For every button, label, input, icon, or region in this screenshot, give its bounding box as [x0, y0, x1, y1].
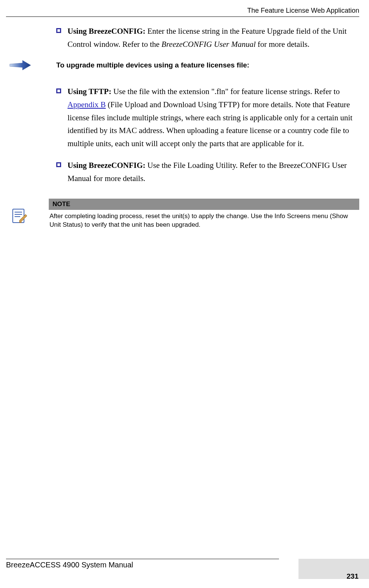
bullet-lead: Using BreezeCONFIG:: [68, 27, 146, 36]
bullet-item: Using BreezeCONFIG: Enter the license st…: [56, 25, 359, 51]
page-content: Using BreezeCONFIG: Enter the license st…: [0, 25, 359, 229]
appendix-link[interactable]: Appendix B: [68, 100, 106, 109]
note-text: After completing loading process, reset …: [49, 210, 359, 229]
bullet-italic: BreezeCONFIG User Manual: [162, 40, 256, 49]
bullet-text: for more details.: [256, 40, 309, 49]
page-footer: BreezeACCESS 4900 System Manual 231: [6, 559, 369, 569]
bullet-text: Use the file with the extension ".fln" f…: [111, 87, 340, 96]
note-icon-cell: [6, 199, 49, 226]
bullet-item: Using TFTP: Use the file with the extens…: [56, 85, 359, 150]
page-number: 231: [346, 572, 358, 581]
footer-manual-title: BreezeACCESS 4900 System Manual: [6, 561, 369, 569]
square-bullet-icon: [56, 88, 61, 93]
page-header: The Feature License Web Application: [0, 7, 359, 15]
bullet-text: (File Upload and Download Using TFTP) fo…: [68, 100, 352, 148]
note-body: NOTE After completing loading process, r…: [49, 199, 359, 229]
footer-rule: [6, 559, 279, 559]
bullet-lead: Using BreezeCONFIG:: [68, 161, 146, 170]
bullet-lead: Using TFTP:: [68, 87, 111, 96]
note-icon: [11, 208, 28, 224]
procedure-row: To upgrade multiple devices using a feat…: [6, 60, 359, 72]
square-bullet-icon: [56, 28, 61, 33]
svg-marker-0: [10, 60, 31, 70]
procedure-heading: To upgrade multiple devices using a feat…: [56, 60, 359, 70]
bullet-item: Using BreezeCONFIG: Use the File Loading…: [56, 159, 359, 185]
arrow-cell: [6, 60, 56, 72]
arrow-right-icon: [9, 60, 32, 71]
header-rule: [6, 16, 359, 17]
note-heading: NOTE: [49, 199, 359, 210]
note-block: NOTE After completing loading process, r…: [6, 199, 359, 229]
square-bullet-icon: [56, 162, 61, 167]
